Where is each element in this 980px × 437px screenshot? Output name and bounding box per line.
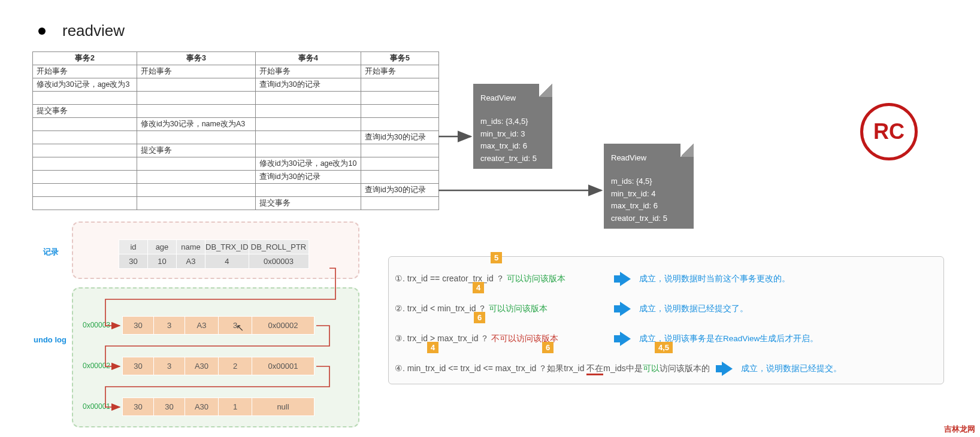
table-cell: 提交事务 — [137, 144, 256, 157]
cell: A3 — [185, 317, 219, 335]
value-tag: 6 — [542, 342, 553, 353]
table-cell: 开始事务 — [137, 65, 256, 78]
rule-text: ④. min_trx_id <= trx_id <= max_trx_id ？如… — [395, 363, 710, 374]
cell: null — [252, 398, 314, 416]
table-row: 提交事务 — [33, 105, 439, 118]
readview-note-1: ReadView m_ids: {3,4,5} min_trx_id: 3 ma… — [473, 84, 552, 169]
table-row: 查询id为30的记录 — [33, 184, 439, 197]
note-line: min_trx_id: 4 — [611, 188, 683, 201]
table-cell — [361, 78, 439, 92]
bullet-row: readview — [38, 22, 125, 40]
table-cell — [33, 184, 137, 197]
table-cell — [137, 157, 256, 171]
rule-note: 成立，说明数据已经提交。 — [741, 363, 842, 374]
transaction-table: 事务2 事务3 事务4 事务5 开始事务开始事务开始事务开始事务修改id为30记… — [32, 51, 439, 210]
cell: 30 — [123, 317, 154, 335]
cell: 3 — [154, 357, 185, 375]
rec-cell: 30 — [119, 254, 148, 269]
cursor-icon: ↖ — [236, 322, 244, 333]
arrow-icon — [620, 272, 631, 286]
rec-cell: 10 — [148, 254, 177, 269]
rec-cell: 4 — [205, 254, 249, 269]
table-cell — [256, 118, 361, 131]
table-cell — [33, 171, 137, 184]
table-cell — [33, 131, 137, 144]
table-row: 查询id为30的记录 — [33, 131, 439, 144]
cell: 30 — [154, 398, 185, 416]
col-header: 事务4 — [256, 52, 361, 65]
table-cell — [361, 197, 439, 210]
rule-note: 成立，说明数据时当前这个事务更改的。 — [639, 274, 790, 284]
table-cell: 提交事务 — [33, 105, 137, 118]
note-title: ReadView — [611, 152, 683, 165]
arrow-icon — [722, 362, 733, 376]
cell: 3 — [219, 317, 252, 335]
bullet-icon — [38, 28, 46, 35]
label-record: 记录 — [43, 247, 59, 257]
rule-text: ②. trx_id < min_trx_id ？ 可以访问该版本 — [395, 304, 608, 314]
table-row: 修改id为30记录，age改为10 — [33, 157, 439, 171]
table-cell — [256, 105, 361, 118]
readview-note-2: ReadView m_ids: {4,5} min_trx_id: 4 max_… — [604, 144, 694, 229]
table-cell — [361, 144, 439, 157]
table-cell — [33, 197, 137, 210]
table-cell: 开始事务 — [361, 65, 439, 78]
page-title: readview — [62, 22, 125, 40]
rc-text: RC — [873, 119, 905, 144]
rec-header: DB_ROLL_PTR — [249, 240, 308, 254]
undo-row: 3030A301null — [122, 397, 314, 416]
cell: 30 — [123, 398, 154, 416]
table-cell: 提交事务 — [256, 197, 361, 210]
table-cell — [361, 105, 439, 118]
table-cell — [33, 118, 137, 131]
table-cell — [33, 157, 137, 171]
note-line: max_trx_id: 6 — [480, 140, 542, 153]
table-cell — [33, 144, 137, 157]
rec-header: age — [148, 240, 177, 254]
table-cell — [33, 92, 137, 105]
arrow-icon — [620, 332, 631, 346]
rec-header: name — [177, 240, 205, 254]
watermark: 吉林龙网 — [944, 424, 975, 435]
undo-row: 303A330x00002 — [122, 316, 314, 335]
value-tag: 6 — [474, 312, 485, 323]
table-cell — [137, 92, 256, 105]
table-cell: 查询id为30的记录 — [361, 131, 439, 144]
table-cell: 查询id为30的记录 — [256, 78, 361, 92]
value-tag: 4 — [473, 282, 484, 293]
table-cell — [256, 131, 361, 144]
table-cell — [361, 157, 439, 171]
rule-note: 成立，说明数据已经提交了。 — [639, 304, 748, 314]
undo-row: 303A3020x00001 — [122, 357, 314, 375]
table-row: 开始事务开始事务开始事务开始事务 — [33, 65, 439, 78]
table-cell — [137, 105, 256, 118]
rule-line: 464,5④. min_trx_id <= trx_id <= max_trx_… — [395, 354, 943, 384]
table-cell: 修改id为30记录，age改为3 — [33, 78, 137, 92]
note-line: m_ids: {4,5} — [611, 175, 683, 188]
table-row: 修改id为30记录，name改为A3 — [33, 118, 439, 131]
value-tag: 5 — [491, 252, 502, 263]
table-cell — [137, 78, 256, 92]
table-cell — [361, 171, 439, 184]
table-cell: 开始事务 — [256, 65, 361, 78]
note-line: max_trx_id: 6 — [611, 200, 683, 213]
cell: A30 — [185, 357, 219, 375]
cell: 2 — [219, 357, 252, 375]
fold-icon — [680, 144, 694, 157]
fold-icon — [539, 84, 552, 97]
table-cell — [137, 171, 256, 184]
label-undo: undo log — [34, 335, 66, 344]
value-tag: 4,5 — [655, 342, 673, 353]
table-row: 提交事务 — [33, 144, 439, 157]
table-cell: 查询id为30的记录 — [256, 171, 361, 184]
note-title: ReadView — [480, 92, 542, 105]
rc-badge: RC — [860, 103, 918, 160]
table-row: 查询id为30的记录 — [33, 171, 439, 184]
note-line: creator_trx_id: 5 — [480, 153, 542, 165]
table-cell — [361, 118, 439, 131]
table-cell — [256, 184, 361, 197]
table-cell — [256, 144, 361, 157]
col-header: 事务5 — [361, 52, 439, 65]
table-cell: 查询id为30的记录 — [361, 184, 439, 197]
rule-text: ①. trx_id == creator_trx_id ？ 可以访问该版本 — [395, 274, 608, 284]
